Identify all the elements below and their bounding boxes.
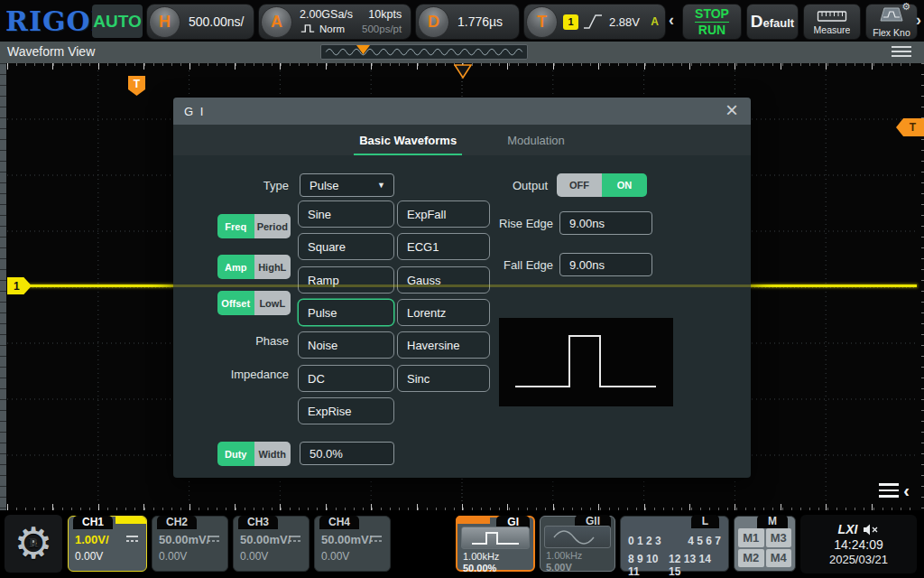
math-tab[interactable]: M (757, 515, 788, 528)
waveform-option-haversine[interactable]: Haversine (397, 331, 490, 359)
output-label: Output (476, 179, 548, 192)
gii-box[interactable]: GII 1.00kHz 5.00V (540, 516, 615, 572)
waveform-option-pulse[interactable]: Pulse (298, 299, 394, 326)
tab-modulation[interactable]: Modulation (505, 128, 567, 153)
acquisition-pill[interactable]: A 2.00GSa/s Norm 10kpts 500ps/pt (258, 4, 411, 40)
waveform-option-sine[interactable]: Sine (298, 200, 394, 228)
logic-box[interactable]: L 0 1 2 3 4 5 6 7 8 9 10 11 12 13 14 15 (620, 516, 729, 572)
ch1-box[interactable]: CH1 1.00V/ 0.00V (68, 516, 147, 572)
fall-edge-field[interactable]: 9.00ns (559, 253, 652, 276)
ch4-box[interactable]: CH4 50.00mV/ 0.00V (314, 516, 391, 572)
math-box[interactable]: M M1 M3 M2 M4 (734, 516, 796, 572)
type-dropdown[interactable]: Pulse ▼ (300, 173, 394, 197)
ch3-tab[interactable]: CH3 (238, 516, 278, 529)
rigol-gear-logo[interactable]: ⚙R (5, 515, 62, 573)
math-m4-button[interactable]: M4 (766, 549, 792, 568)
status-clock-box[interactable]: LXI 14:24:09 2025/03/21 (800, 515, 917, 573)
close-icon[interactable]: × (720, 98, 744, 125)
clock-time: 14:24:09 (834, 537, 883, 552)
output-off[interactable]: OFF (557, 173, 602, 197)
waveform-option-dc[interactable]: DC (298, 365, 394, 392)
ch3-box[interactable]: CH3 50.00mV/ 0.00V (233, 516, 310, 572)
logic-tab[interactable]: L (691, 515, 719, 528)
ch2-tab[interactable]: CH2 (157, 516, 197, 529)
period-label[interactable]: Period (254, 214, 291, 238)
freq-label[interactable]: Freq (217, 214, 254, 238)
rising-edge-icon (582, 11, 604, 33)
waveform-option-square[interactable]: Square (298, 233, 394, 260)
math-m3-button[interactable]: M3 (766, 528, 792, 547)
tab-basic-waveforms[interactable]: Basic Waveforms (357, 128, 458, 153)
collapsed-menu-icon[interactable]: ‹ (879, 481, 910, 499)
memory-overview-strip[interactable] (320, 44, 528, 60)
offset-label[interactable]: Offset (217, 291, 254, 315)
waveform-option-noise[interactable]: Noise (298, 331, 394, 359)
width-label[interactable]: Width (254, 442, 291, 466)
gi-freq: 1.00kHz (463, 551, 499, 562)
gi-box[interactable]: GI 1.00kHz 50.00% (456, 516, 535, 572)
bottom-tick-ruler (7, 504, 917, 510)
ch1-trace-right (751, 284, 917, 287)
measure-button[interactable]: Measure (803, 4, 861, 40)
dialog-title: G I (184, 105, 205, 118)
default-button[interactable]: Default (746, 4, 799, 40)
dialog-header[interactable]: G I × (173, 98, 751, 125)
ch4-tab[interactable]: CH4 (319, 516, 359, 529)
rise-edge-field[interactable]: 9.00ns (559, 211, 652, 235)
oscilloscope-screen: RIGOL AUTO H 500.00ns/ A 2.00GSa/s Norm (0, 0, 924, 578)
ch1-trace-left (29, 284, 173, 287)
ch2-scale: 50.00mV/ (159, 533, 209, 546)
duty-width-toggle[interactable]: Duty Width (217, 442, 291, 466)
delay-key[interactable]: D (418, 6, 449, 38)
math-m1-button[interactable]: M1 (738, 528, 764, 547)
duty-field[interactable]: 50.0% (300, 442, 394, 465)
acquire-key[interactable]: A (261, 6, 292, 38)
offset-lowl-toggle[interactable]: Offset LowL (217, 291, 291, 315)
impedance-label: Impedance (199, 368, 289, 381)
stop-label: STOP (695, 6, 729, 22)
flex-knob-button[interactable]: ⚙ Flex Kno (865, 4, 918, 40)
output-on[interactable]: ON (602, 173, 647, 197)
toolbar-scroll-left-icon[interactable]: ‹ (669, 11, 674, 30)
amp-label[interactable]: Amp (217, 255, 254, 279)
ch1-tab[interactable]: CH1 (73, 516, 113, 529)
gii-screen (544, 526, 611, 548)
highl-label[interactable]: HighL (254, 255, 291, 279)
gii-amp: 5.00V (546, 562, 572, 573)
horizontal-key[interactable]: H (149, 6, 180, 38)
delay-pill[interactable]: D 1.776µs (415, 4, 520, 40)
trigger-key[interactable]: T (526, 6, 558, 38)
waveform-option-lorentz[interactable]: Lorentz (397, 299, 490, 326)
trigger-pill[interactable]: T 1 2.88V A (523, 4, 666, 40)
lowl-label[interactable]: LowL (254, 291, 291, 315)
logic-digits-12-15: 12 13 14 15 (669, 553, 721, 578)
ch1-color-strip (116, 517, 146, 524)
ch2-box[interactable]: CH2 50.00mV/ 0.00V (152, 516, 228, 572)
output-toggle[interactable]: OFF ON (557, 173, 647, 197)
waveform-option-ecg1[interactable]: ECG1 (397, 233, 490, 260)
type-value: Pulse (310, 179, 339, 192)
amp-highl-toggle[interactable]: Amp HighL (217, 255, 291, 279)
duty-label[interactable]: Duty (217, 442, 254, 466)
lxi-label: LXI (838, 522, 858, 536)
trigger-position-marker[interactable] (454, 64, 472, 79)
trigger-mode-letter: A (651, 15, 659, 28)
freq-period-toggle[interactable]: Freq Period (217, 214, 291, 238)
ch2-coupling-icon (207, 535, 220, 544)
display-menu-icon[interactable] (892, 46, 911, 57)
stop-run-button[interactable]: STOP RUN (682, 4, 742, 40)
toolbar-scroll-right-icon[interactable]: › (916, 11, 921, 30)
trigger-sweep-auto[interactable]: AUTO (92, 5, 143, 38)
acquisition-info: 2.00GSa/s Norm 10kpts 500ps/pt (300, 8, 402, 35)
sample-resolution: 500ps/pt (362, 23, 402, 35)
dialog-tab-strip: Basic Waveforms Modulation (173, 125, 751, 155)
waveform-option-exprise[interactable]: ExpRise (298, 397, 394, 424)
ch1-trace-under-dialog (173, 284, 751, 287)
gi-duty: 50.00% (463, 563, 496, 573)
math-m2-button[interactable]: M2 (738, 549, 764, 568)
chevron-down-icon: ▼ (377, 181, 385, 190)
waveform-option-sinc[interactable]: Sinc (397, 365, 490, 392)
ch4-scale: 50.00mV/ (321, 533, 372, 546)
waveform-option-ramp[interactable]: Ramp (298, 266, 394, 294)
horizontal-pill[interactable]: H 500.00ns/ (146, 4, 254, 40)
